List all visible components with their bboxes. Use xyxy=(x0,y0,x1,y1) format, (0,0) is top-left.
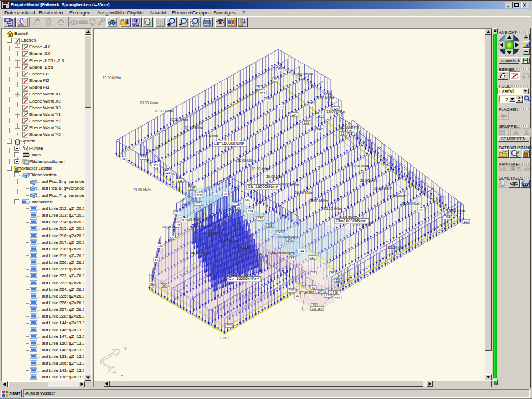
svg-text:17: 17 xyxy=(291,257,294,260)
svg-text:26.00 kN/m: 26.00 kN/m xyxy=(324,207,342,211)
svg-text:28: 28 xyxy=(158,244,162,248)
svg-text:244: 244 xyxy=(299,249,304,253)
svg-text:13.00 kN/m: 13.00 kN/m xyxy=(388,245,406,249)
svg-text:252: 252 xyxy=(289,289,294,292)
svg-text:60.00 kN/m: 60.00 kN/m xyxy=(219,239,238,243)
svg-text:102: 102 xyxy=(463,220,468,223)
svg-text:26.00 kN/m: 26.00 kN/m xyxy=(295,191,313,195)
svg-text:alle: alle xyxy=(524,167,529,170)
svg-text:215: 215 xyxy=(335,296,340,300)
svg-text:229: 229 xyxy=(196,193,201,197)
svg-text:20.00 kN/m: 20.00 kN/m xyxy=(155,109,173,113)
svg-text:71: 71 xyxy=(310,103,314,106)
svg-text:26.00 kN/m: 26.00 kN/m xyxy=(402,202,420,206)
svg-text:118: 118 xyxy=(278,68,283,71)
svg-text:Y: Y xyxy=(121,374,124,378)
svg-text:13.00 kN/m: 13.00 kN/m xyxy=(103,76,121,80)
svg-text:26.00 kN/m: 26.00 kN/m xyxy=(280,183,299,187)
svg-text:neu: neu xyxy=(18,23,24,27)
svg-text:26A: 26A xyxy=(310,256,315,259)
svg-text:73: 73 xyxy=(176,223,180,227)
svg-text:254: 254 xyxy=(317,307,322,310)
svg-text:219: 219 xyxy=(260,91,265,95)
svg-text:227: 227 xyxy=(190,187,195,190)
svg-text:74: 74 xyxy=(257,86,260,89)
svg-text:20.00 kN/m: 20.00 kN/m xyxy=(170,117,188,121)
svg-text:21: 21 xyxy=(175,211,178,214)
svg-text:222: 222 xyxy=(279,105,284,109)
svg-text:236: 236 xyxy=(258,217,263,220)
svg-text:99: 99 xyxy=(296,294,299,298)
svg-text:56: 56 xyxy=(162,284,166,287)
svg-text:26.00 kN/m: 26.00 kN/m xyxy=(360,178,378,182)
svg-text:164: 164 xyxy=(445,216,450,219)
svg-text:Cb=16000kN/m²: Cb=16000kN/m² xyxy=(336,218,366,223)
svg-text:26.00 kN/m: 26.00 kN/m xyxy=(309,199,328,203)
svg-text:20.00 kN/m: 20.00 kN/m xyxy=(140,101,158,105)
svg-text:221: 221 xyxy=(153,163,158,167)
svg-text:237: 237 xyxy=(317,290,322,293)
svg-text:13.00 kN/m: 13.00 kN/m xyxy=(447,209,465,213)
svg-text:26.00 kN/m: 26.00 kN/m xyxy=(266,175,284,178)
svg-text:70: 70 xyxy=(274,78,277,81)
svg-text:20.00 kN/m: 20.00 kN/m xyxy=(200,134,218,138)
svg-text:234: 234 xyxy=(248,209,253,213)
svg-text:o: o xyxy=(505,181,507,184)
svg-text:223: 223 xyxy=(165,171,170,175)
svg-text:216: 216 xyxy=(335,279,340,282)
svg-text:26.00 kN/m: 26.00 kN/m xyxy=(374,186,392,190)
svg-text:219: 219 xyxy=(141,156,146,159)
svg-text:94: 94 xyxy=(349,129,352,132)
svg-text:79: 79 xyxy=(237,206,240,209)
svg-text:226: 226 xyxy=(304,121,309,124)
svg-text:13.00 kN/m: 13.00 kN/m xyxy=(340,125,359,129)
svg-text:60.00 kN/m: 60.00 kN/m xyxy=(207,232,226,236)
svg-text:242: 242 xyxy=(287,238,292,241)
svg-text:60.00 kN/m: 60.00 kN/m xyxy=(195,224,213,228)
svg-text:767: 767 xyxy=(418,208,423,212)
svg-text:26.00 kN/m: 26.00 kN/m xyxy=(388,194,406,198)
svg-text:13.00 kN/m: 13.00 kN/m xyxy=(294,72,313,76)
svg-text:123: 123 xyxy=(522,182,529,186)
svg-text:120: 120 xyxy=(333,107,338,110)
svg-text:238: 238 xyxy=(267,224,272,227)
svg-text:Cb=16000kN/m²: Cb=16000kN/m² xyxy=(248,184,278,189)
svg-text:249: 249 xyxy=(277,231,282,234)
svg-text:Cb=16000kN/m²: Cb=16000kN/m² xyxy=(214,141,244,146)
svg-text:26.00 kN/m: 26.00 kN/m xyxy=(237,158,255,162)
svg-text:122: 122 xyxy=(195,202,200,205)
svg-text:27: 27 xyxy=(233,202,237,205)
svg-text:233: 233 xyxy=(226,324,231,327)
svg-text:18: 18 xyxy=(312,272,315,275)
svg-text:26.00 kN/m: 26.00 kN/m xyxy=(252,167,270,171)
svg-text:100: 100 xyxy=(222,336,227,340)
svg-text:96: 96 xyxy=(245,198,249,202)
svg-text:q=veränderlich: q=veränderlich xyxy=(271,251,295,255)
svg-text:60.00 kN/m: 60.00 kN/m xyxy=(232,246,250,250)
svg-text:13.00 kN/m: 13.00 kN/m xyxy=(315,96,334,100)
svg-text:q=veränd...: q=veränd... xyxy=(299,290,318,295)
svg-text:114: 114 xyxy=(341,132,346,135)
svg-text:69: 69 xyxy=(312,286,315,289)
svg-text:114: 114 xyxy=(318,114,323,117)
svg-text:68: 68 xyxy=(331,272,334,275)
svg-text:13.00 kN/m: 13.00 kN/m xyxy=(351,164,369,168)
svg-text:61: 61 xyxy=(155,258,158,262)
svg-text:96: 96 xyxy=(150,282,154,285)
svg-text:97: 97 xyxy=(182,218,186,222)
svg-text:X: X xyxy=(124,347,127,351)
svg-text:13.00 kN/m: 13.00 kN/m xyxy=(133,188,151,192)
svg-text:220: 220 xyxy=(265,98,270,101)
svg-text:21: 21 xyxy=(224,192,227,196)
svg-text:Cb=16000kN/m²: Cb=16000kN/m² xyxy=(228,276,259,281)
svg-text:225: 225 xyxy=(177,179,182,182)
svg-text:KA: KA xyxy=(170,236,174,239)
svg-text:14 98: 14 98 xyxy=(330,291,338,294)
svg-text:224: 224 xyxy=(291,113,296,116)
svg-text:20.00 kN/m: 20.00 kN/m xyxy=(185,126,203,130)
svg-text:74: 74 xyxy=(121,157,125,161)
svg-text:228: 228 xyxy=(316,129,321,132)
svg-text:q=veränderlich: q=veränderlich xyxy=(186,250,210,255)
